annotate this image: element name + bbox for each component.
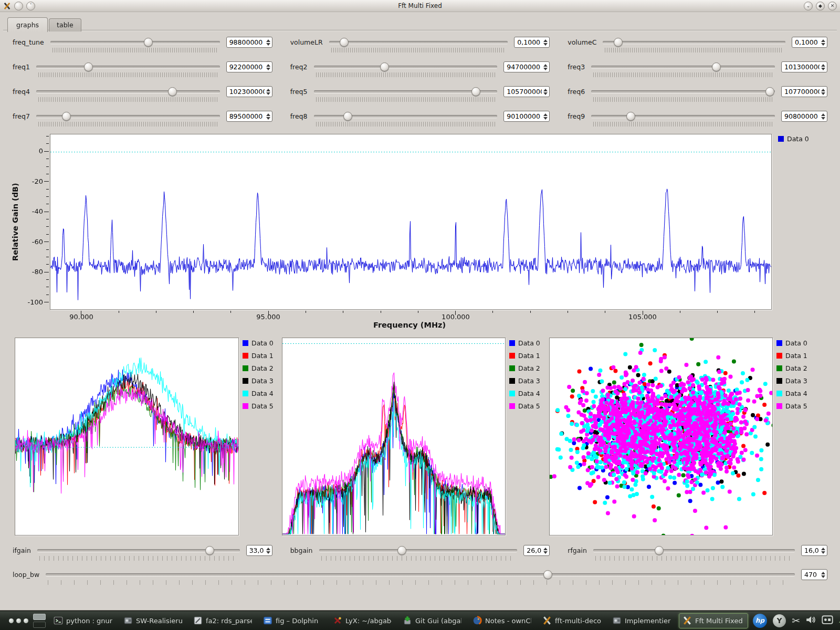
legend-label: Data 2 (251, 364, 274, 372)
virtual-desktop-pager[interactable] (33, 614, 46, 628)
slider-handle[interactable] (340, 38, 349, 47)
freq5-slider[interactable] (313, 86, 499, 102)
freq6-spinbox[interactable]: 107700000 (781, 86, 827, 97)
minimize-button[interactable]: ⌄ (804, 2, 813, 10)
spin-arrows-icon[interactable] (820, 89, 825, 95)
hp-tray-icon[interactable]: hp (753, 614, 767, 628)
rfgain-slider[interactable] (592, 545, 796, 561)
slider-handle[interactable] (168, 87, 177, 96)
spin-arrows-icon[interactable] (265, 113, 270, 120)
spin-arrows-icon[interactable] (265, 548, 270, 554)
slider-handle[interactable] (543, 570, 552, 579)
legend-label: Data 5 (251, 402, 274, 410)
slider-handle[interactable] (205, 546, 214, 555)
legend-label: Data 3 (785, 377, 807, 385)
freq9-slider[interactable] (590, 111, 776, 127)
slider-handle[interactable] (343, 112, 352, 121)
spin-arrows-icon[interactable] (265, 64, 270, 70)
freq5-spinbox[interactable]: 105700000 (503, 86, 550, 97)
close-button[interactable]: ✕ (828, 2, 837, 10)
spin-arrows-icon[interactable] (542, 113, 548, 120)
freq-tune-spinbox[interactable]: 98800000 (226, 37, 272, 48)
spin-arrows-icon[interactable] (542, 89, 548, 95)
y-tray-icon[interactable]: Y (773, 614, 786, 627)
slider-handle[interactable] (765, 87, 774, 96)
freq7-slider[interactable] (35, 111, 221, 127)
volume-speaker-icon[interactable] (806, 615, 816, 627)
volumeC-slider[interactable] (602, 37, 786, 53)
freq1-spinbox[interactable]: 92200000 (226, 61, 272, 72)
ifgain-slider[interactable] (36, 545, 241, 561)
slider-handle[interactable] (62, 112, 71, 121)
freq-tune-slider[interactable] (49, 37, 221, 53)
volumeC-spinbox[interactable]: 0,1000 (792, 37, 827, 48)
tab-table[interactable]: table (49, 18, 81, 32)
volumeLR-spinbox[interactable]: 0,1000 (514, 37, 550, 48)
maximize-button[interactable]: ◆ (816, 2, 825, 10)
titlebar[interactable]: Fft Multi Fixed ˆ ⌄ ◆ ✕ (0, 0, 840, 12)
freq2-slider[interactable] (313, 61, 499, 78)
freq2-spinbox[interactable]: 94700000 (503, 61, 550, 72)
freq4-slider[interactable] (35, 86, 221, 102)
freq3-slider[interactable] (590, 61, 776, 78)
launcher-dots[interactable] (9, 618, 28, 623)
slider-row-bbgain: bbgain 26,0 (290, 545, 550, 561)
slider-handle[interactable] (144, 38, 153, 47)
slider-row-freq5: freq5 105700000 (290, 86, 550, 102)
loop-bw-spinbox[interactable]: 470 (801, 569, 827, 580)
task-fft-multi-fixed-active[interactable]: Fft Multi Fixed (679, 613, 748, 628)
slider-groove (314, 90, 498, 93)
slider-handle[interactable] (626, 112, 635, 121)
task-fft-multi-decoder[interactable]: fft-multi-deco (539, 614, 604, 628)
spin-arrows-icon[interactable] (820, 572, 825, 578)
slider-handle[interactable] (84, 62, 93, 71)
freq7-spinbox[interactable]: 89500000 (226, 111, 272, 122)
spin-arrows-icon[interactable] (820, 113, 825, 120)
loop-bw-slider[interactable] (45, 569, 796, 585)
freq8-spinbox[interactable]: 90100000 (503, 111, 550, 122)
bbgain-spinbox[interactable]: 26,0 (523, 545, 550, 556)
slider-handle[interactable] (655, 546, 664, 555)
tab-pane-edge (3, 30, 837, 31)
freq9-spinbox[interactable]: 90800000 (781, 111, 827, 122)
spin-arrows-icon[interactable] (265, 39, 270, 46)
spin-arrows-icon[interactable] (820, 39, 825, 46)
legend-swatch (243, 391, 248, 396)
slider-handle[interactable] (471, 87, 480, 96)
desktop-2-cell[interactable] (33, 622, 46, 628)
slider-handle[interactable] (397, 546, 406, 555)
spin-arrows-icon[interactable] (265, 89, 270, 95)
volumeLR-slider[interactable] (328, 37, 509, 53)
tab-graphs[interactable]: graphs (7, 17, 48, 32)
task-lyx[interactable]: LyX: ~/abgabe (330, 614, 395, 628)
task-git-gui[interactable]: Git Gui (abgab (400, 614, 465, 628)
bbgain-slider[interactable] (318, 545, 519, 561)
task-dolphin[interactable]: fig – Dolphin (260, 614, 325, 628)
spin-arrows-icon[interactable] (820, 548, 825, 554)
slider-handle[interactable] (614, 38, 623, 47)
legend-entry: Data 0 (776, 339, 807, 347)
system-tray: hp Y ✂ 12:48 (753, 614, 840, 628)
freq4-spinbox[interactable]: 102300000 (226, 86, 272, 97)
task-notes-firefox[interactable]: Notes - ownCl (469, 614, 534, 628)
klipper-scissors-icon[interactable]: ✂ (792, 616, 800, 626)
task-python[interactable]: python : gnur (50, 614, 116, 628)
slider-handle[interactable] (712, 62, 721, 71)
tablet-device-icon[interactable] (822, 615, 833, 626)
audio-fft-canvas (282, 338, 505, 535)
spin-arrows-icon[interactable] (542, 39, 548, 46)
slider-handle[interactable] (380, 62, 389, 71)
freq3-spinbox[interactable]: 101300000 (781, 61, 827, 72)
task-sw-realisierung[interactable]: SW-Realisierun (120, 614, 185, 628)
rfgain-spinbox[interactable]: 16,0 (801, 545, 827, 556)
freq1-slider[interactable] (35, 61, 221, 78)
task-implementierung[interactable]: Implementieru (609, 614, 674, 628)
spin-arrows-icon[interactable] (820, 64, 825, 70)
ifgain-spinbox[interactable]: 33,0 (246, 545, 272, 556)
spin-arrows-icon[interactable] (542, 64, 548, 70)
spin-arrows-icon[interactable] (542, 548, 548, 554)
freq8-slider[interactable] (313, 111, 499, 127)
desktop-1-cell[interactable] (33, 614, 46, 620)
task-fa2-editor[interactable]: fa2: rds_parse (190, 614, 255, 628)
freq6-slider[interactable] (590, 86, 776, 102)
